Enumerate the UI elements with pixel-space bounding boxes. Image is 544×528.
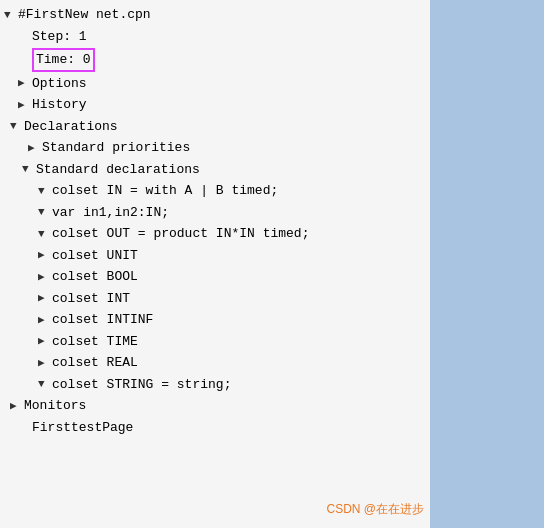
std-declarations-label: Standard declarations: [36, 160, 200, 180]
colset-string-label: colset STRING = string;: [52, 375, 231, 395]
watermark: CSDN @在在进步: [326, 501, 424, 518]
tree-item-colset-intinf[interactable]: colset INTINF: [0, 309, 430, 331]
tree-item-history[interactable]: History: [0, 94, 430, 116]
tree-item-var-in[interactable]: var in1,in2:IN;: [0, 202, 430, 224]
arrow-colset-real: [38, 355, 52, 372]
tree-item-colset-int[interactable]: colset INT: [0, 288, 430, 310]
arrow-colset-int: [38, 290, 52, 307]
var-in-label: var in1,in2:IN;: [52, 203, 169, 223]
colset-int-label: colset INT: [52, 289, 130, 309]
tree-item-colset-time[interactable]: colset TIME: [0, 331, 430, 353]
firsttest-label: FirsttestPage: [32, 418, 133, 438]
colset-out-label: colset OUT = product IN*IN timed;: [52, 224, 309, 244]
arrow-colset-bool: [38, 269, 52, 286]
arrow-std-declarations: [22, 161, 36, 178]
tree-item-colset-out[interactable]: colset OUT = product IN*IN timed;: [0, 223, 430, 245]
tree-panel[interactable]: #FirstNew net.cpn Step: 1 Time: 0 Option…: [0, 0, 430, 528]
arrow-root: [4, 7, 18, 24]
colset-real-label: colset REAL: [52, 353, 138, 373]
arrow-colset-time: [38, 333, 52, 350]
step-label: Step: 1: [32, 27, 87, 47]
std-priorities-label: Standard priorities: [42, 138, 190, 158]
options-label: Options: [32, 74, 87, 94]
colset-unit-label: colset UNIT: [52, 246, 138, 266]
side-panel: [430, 0, 544, 528]
tree-item-colset-bool[interactable]: colset BOOL: [0, 266, 430, 288]
arrow-colset-out: [38, 226, 52, 243]
tree-item-colset-in[interactable]: colset IN = with A | B timed;: [0, 180, 430, 202]
arrow-colset-intinf: [38, 312, 52, 329]
tree-item-std-declarations[interactable]: Standard declarations: [0, 159, 430, 181]
declarations-label: Declarations: [24, 117, 118, 137]
history-label: History: [32, 95, 87, 115]
colset-in-label: colset IN = with A | B timed;: [52, 181, 278, 201]
arrow-declarations: [10, 118, 24, 135]
arrow-monitors: [10, 398, 24, 415]
tree-item-options[interactable]: Options: [0, 73, 430, 95]
time-label: Time: 0: [32, 48, 95, 72]
colset-time-label: colset TIME: [52, 332, 138, 352]
tree-item-monitors[interactable]: Monitors: [0, 395, 430, 417]
tree-item-time[interactable]: Time: 0: [0, 47, 430, 73]
arrow-colset-in: [38, 183, 52, 200]
arrow-history: [18, 97, 32, 114]
arrow-colset-string: [38, 376, 52, 393]
tree-item-root[interactable]: #FirstNew net.cpn: [0, 4, 430, 26]
root-label: #FirstNew net.cpn: [18, 5, 151, 25]
arrow-std-priorities: [28, 140, 42, 157]
tree-item-colset-real[interactable]: colset REAL: [0, 352, 430, 374]
tree-item-declarations[interactable]: Declarations: [0, 116, 430, 138]
arrow-options: [18, 75, 32, 92]
arrow-colset-unit: [38, 247, 52, 264]
tree-item-colset-string[interactable]: colset STRING = string;: [0, 374, 430, 396]
colset-bool-label: colset BOOL: [52, 267, 138, 287]
tree-item-firsttest[interactable]: FirsttestPage: [0, 417, 430, 439]
tree-item-std-priorities[interactable]: Standard priorities: [0, 137, 430, 159]
monitors-label: Monitors: [24, 396, 86, 416]
colset-intinf-label: colset INTINF: [52, 310, 153, 330]
arrow-var-in: [38, 204, 52, 221]
tree-item-step[interactable]: Step: 1: [0, 26, 430, 48]
tree-item-colset-unit[interactable]: colset UNIT: [0, 245, 430, 267]
